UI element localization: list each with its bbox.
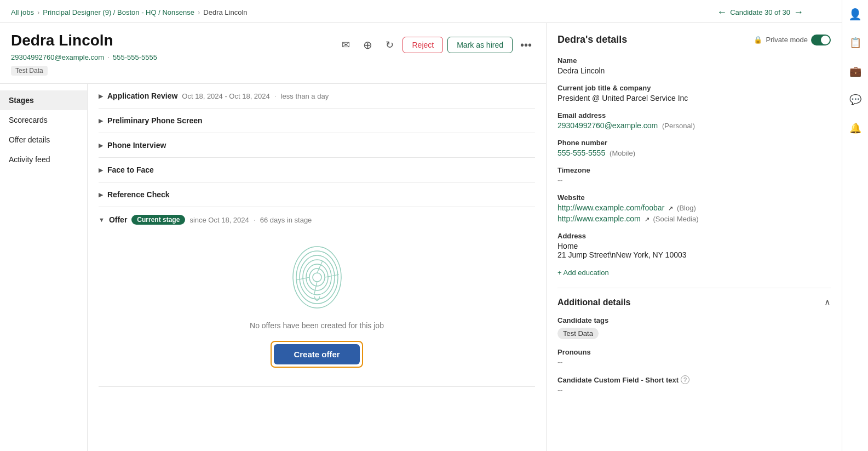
stages-content: ▶ Application Review Oct 18, 2024 - Oct …: [88, 84, 546, 451]
sidebar-item-scorecards[interactable]: Scorecards: [0, 110, 87, 130]
next-candidate-arrow[interactable]: →: [794, 7, 803, 18]
candidate-email[interactable]: 29304992760@example.com: [11, 53, 104, 61]
stage-header-1[interactable]: ▶ Application Review Oct 18, 2024 - Oct …: [99, 92, 535, 100]
stage-row-2: ▶ Preliminary Phone Screen: [99, 109, 535, 133]
svg-line-8: [325, 275, 339, 277]
detail-email-label: Email address: [557, 111, 831, 119]
create-offer-button[interactable]: Create offer: [274, 344, 359, 364]
stage-since: since Oct 18, 2024: [189, 216, 249, 224]
detail-phone-type: (Mobile): [610, 149, 635, 157]
refresh-action-button[interactable]: ↻: [381, 36, 398, 54]
detail-pronouns-label: Pronouns: [557, 348, 831, 356]
svg-line-7: [317, 261, 323, 273]
breadcrumb-position[interactable]: Principal Designer (9) / Boston - HQ / N…: [43, 8, 194, 16]
stage-name-5: Reference Check: [107, 190, 170, 199]
stage-days: 66 days in stage: [260, 216, 312, 224]
more-actions-button[interactable]: •••: [517, 37, 535, 54]
contact-sep: ·: [107, 53, 110, 61]
reject-button[interactable]: Reject: [403, 37, 443, 53]
detail-tags-field: Candidate tags Test Data: [557, 316, 831, 339]
detail-tags-label: Candidate tags: [557, 316, 831, 324]
stage-name-2: Preliminary Phone Screen: [107, 116, 203, 125]
stage-arrow-2: ▶: [99, 117, 103, 124]
add-education-link[interactable]: + Add education: [557, 269, 609, 277]
stage-date-1: Oct 18, 2024 - Oct 18, 2024: [182, 92, 269, 100]
svg-point-0: [313, 273, 321, 282]
detail-email-value[interactable]: 29304992760@example.com: [557, 121, 658, 130]
stage-header-5[interactable]: ▶ Reference Check: [99, 190, 535, 199]
detail-website-url1[interactable]: http://www.example.com/foobar: [557, 203, 664, 212]
detail-phone-value[interactable]: 555-555-5555: [557, 149, 605, 157]
stage-header-3[interactable]: ▶ Phone Interview: [99, 141, 535, 150]
detail-address-value: 21 Jump Street\nNew York, NY 10003: [557, 250, 831, 259]
document-icon[interactable]: 📋: [848, 35, 863, 50]
no-offers-text: No offers have been created for this job: [99, 321, 535, 330]
add-action-button[interactable]: ⊕: [359, 36, 376, 54]
stage-header-4[interactable]: ▶ Face to Face: [99, 165, 535, 174]
stage-sep-1: ·: [274, 92, 277, 100]
email-action-button[interactable]: ✉: [337, 36, 354, 54]
help-icon[interactable]: ?: [681, 375, 689, 384]
detail-website-url2[interactable]: http://www.example.com: [557, 214, 641, 223]
detail-address-type: Home: [557, 242, 831, 250]
candidate-phone[interactable]: 555-555-5555: [113, 53, 157, 61]
detail-timezone-label: Timezone: [557, 166, 831, 174]
collapse-additional-icon[interactable]: ∧: [824, 297, 831, 307]
detail-timezone-value: --: [557, 176, 831, 185]
stage-sep-6: ·: [254, 215, 256, 224]
bell-icon[interactable]: 🔔: [848, 121, 863, 136]
svg-line-9: [314, 282, 317, 294]
details-panel: Dedra's details 🔒 Private mode Name Dedr…: [546, 23, 842, 451]
briefcase-icon[interactable]: 💼: [848, 64, 863, 79]
chat-icon[interactable]: 💬: [848, 92, 863, 107]
stage-row-3: ▶ Phone Interview: [99, 133, 535, 158]
detail-custom-field: Candidate Custom Field - Short text ? --: [557, 375, 831, 395]
detail-phone-field: Phone number 555-555-5555 (Mobile): [557, 139, 831, 157]
sidebar-nav: Stages Scorecards Offer details Activity…: [0, 84, 88, 451]
breadcrumb-sep-2: ›: [198, 8, 200, 16]
detail-job-value: President @ United Parcel Service Inc: [557, 94, 831, 102]
mark-hired-button[interactable]: Mark as hired: [447, 37, 513, 53]
fingerprint-graphic: [284, 244, 350, 310]
detail-email-field: Email address 29304992760@example.com (P…: [557, 111, 831, 130]
detail-phone-label: Phone number: [557, 139, 831, 147]
svg-point-4: [300, 255, 335, 299]
prev-candidate-arrow[interactable]: ←: [717, 7, 727, 18]
breadcrumb-all-jobs[interactable]: All jobs: [11, 8, 34, 16]
stage-row-5: ▶ Reference Check: [99, 182, 535, 207]
additional-details-title: Additional details: [557, 298, 630, 307]
candidate-counter[interactable]: Candidate 30 of 30: [730, 8, 790, 16]
stage-arrow-3: ▶: [99, 142, 103, 149]
breadcrumb-sep-1: ›: [37, 8, 39, 16]
stage-arrow-6: ▼: [99, 216, 105, 223]
offer-empty-state: No offers have been created for this job…: [99, 233, 535, 379]
lock-icon: 🔒: [754, 36, 762, 44]
profile-icon[interactable]: 👤: [848, 7, 863, 22]
current-stage-badge: Current stage: [131, 215, 185, 225]
detail-website-field: Website http://www.example.com/foobar ↗ …: [557, 193, 831, 223]
sidebar-item-activity-feed[interactable]: Activity feed: [0, 150, 87, 169]
detail-tag-value: Test Data: [557, 328, 599, 339]
detail-website-type1: (Blog): [677, 204, 696, 212]
stage-header-2[interactable]: ▶ Preliminary Phone Screen: [99, 116, 535, 125]
stage-name-6: Offer: [109, 215, 127, 224]
stage-row-6: ▼ Offer Current stage since Oct 18, 2024…: [99, 207, 535, 387]
detail-timezone-field: Timezone --: [557, 166, 831, 185]
detail-address-field: Address Home 21 Jump Street\nNew York, N…: [557, 232, 831, 259]
external-link-icon-2: ↗: [645, 216, 649, 222]
detail-website-type2: (Social Media): [653, 215, 699, 223]
breadcrumb: All jobs › Principal Designer (9) / Bost…: [11, 8, 248, 16]
candidate-name: Dedra Lincoln: [11, 32, 157, 49]
test-data-badge: Test Data: [11, 66, 48, 76]
detail-name-label: Name: [557, 56, 831, 65]
private-mode-toggle[interactable]: [811, 35, 831, 45]
detail-pronouns-value: --: [557, 358, 831, 367]
stage-arrow-4: ▶: [99, 167, 103, 174]
detail-email-type: (Personal): [662, 122, 695, 130]
sidebar-item-stages[interactable]: Stages: [0, 90, 87, 110]
stage-name-1: Application Review: [107, 92, 177, 100]
breadcrumb-candidate: Dedra Lincoln: [203, 8, 247, 16]
sidebar-item-offer-details[interactable]: Offer details: [0, 130, 87, 150]
stage-header-6[interactable]: ▼ Offer Current stage since Oct 18, 2024…: [99, 215, 535, 225]
stage-name-3: Phone Interview: [107, 141, 166, 150]
